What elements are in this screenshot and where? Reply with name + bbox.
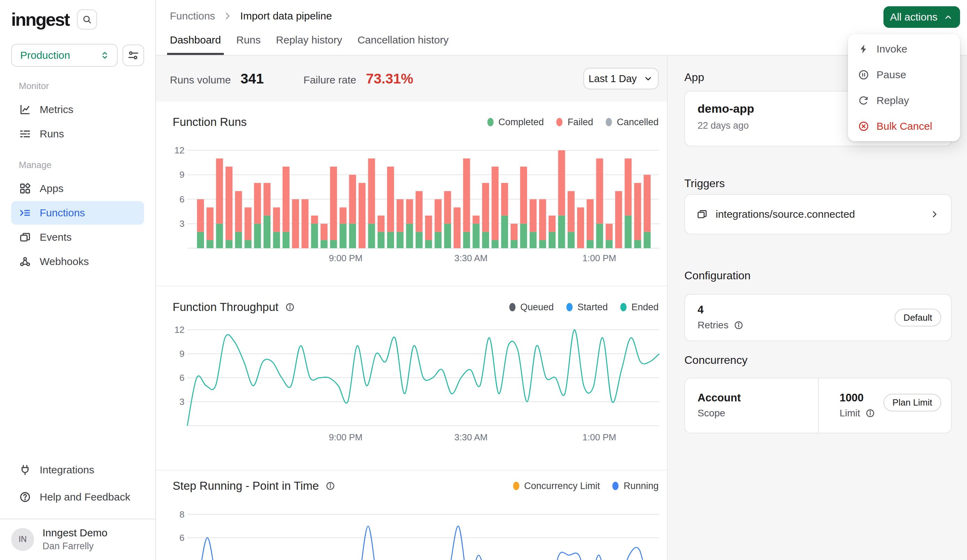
legend-dot: [487, 118, 493, 126]
limit-label: Limit: [840, 408, 860, 419]
user-menu[interactable]: IN Inngest Demo Dan Farrelly: [0, 519, 155, 560]
legend-failed: Failed: [556, 117, 593, 128]
app-root: inngest Production MonitorMetricsRunsMan…: [0, 0, 967, 560]
sidebar-section-label: Manage: [0, 160, 155, 170]
sidebar-item-metrics[interactable]: Metrics: [11, 98, 144, 121]
svg-text:6: 6: [180, 194, 185, 204]
function-throughput-title: Function Throughput: [173, 301, 279, 314]
sidebar-item-label: Runs: [40, 128, 64, 140]
info-icon[interactable]: [325, 481, 335, 491]
event-icon: [696, 208, 708, 220]
help-icon: [19, 491, 31, 503]
step-running-title: Step Running - Point in Time: [173, 479, 319, 492]
bolt-icon: [858, 43, 870, 55]
legend-completed: Completed: [487, 117, 544, 128]
tab-dashboard[interactable]: Dashboard: [167, 34, 224, 55]
legend-concurrency-limit: Concurrency Limit: [513, 481, 600, 491]
menu-item-label: Pause: [876, 69, 906, 81]
trigger-card[interactable]: integrations/source.connected: [684, 194, 952, 234]
sidebar-item-functions[interactable]: Functions: [11, 201, 144, 225]
legend-label: Concurrency Limit: [524, 481, 600, 491]
triggers-heading: Triggers: [684, 177, 952, 190]
plan-limit-badge: Plan Limit: [883, 394, 941, 412]
configuration-heading: Configuration: [684, 269, 952, 282]
webhooks-icon: [19, 255, 31, 268]
retries-label: Retries: [698, 320, 729, 331]
svg-text:9: 9: [180, 349, 185, 359]
function-throughput-card: Function Throughput QueuedStartedEnded 3…: [156, 287, 667, 469]
legend-label: Ended: [632, 302, 658, 313]
failure-rate-label: Failure rate: [304, 74, 356, 86]
all-actions-button[interactable]: All actions: [883, 6, 960, 28]
svg-text:3:30 AM: 3:30 AM: [454, 253, 487, 263]
info-icon[interactable]: [733, 320, 744, 330]
legend-label: Queued: [520, 302, 554, 313]
metrics-icon: [19, 103, 31, 116]
updown-chevron-icon: [99, 50, 110, 61]
sidebar-item-runs[interactable]: Runs: [11, 122, 144, 146]
cancel-icon: [858, 120, 870, 132]
chevron-down-icon: [643, 73, 653, 84]
search-button[interactable]: [77, 9, 97, 30]
sidebar-item-integrations[interactable]: Integrations: [11, 458, 144, 482]
sliders-icon: [127, 49, 140, 62]
function-runs-title: Function Runs: [173, 115, 247, 129]
menu-item-pause[interactable]: Pause: [848, 62, 960, 88]
legend-dot: [566, 303, 573, 311]
events-icon: [19, 231, 31, 244]
function-runs-card: Function Runs CompletedFailedCancelled 3…: [156, 102, 667, 285]
sidebar-item-label: Events: [40, 231, 72, 243]
integrations-icon: [19, 464, 31, 476]
sidebar-item-label: Functions: [40, 207, 85, 219]
sidebar-item-help-and-feedback[interactable]: Help and Feedback: [11, 485, 144, 509]
tab-runs[interactable]: Runs: [234, 34, 264, 55]
svg-text:12: 12: [174, 145, 185, 155]
svg-text:3: 3: [180, 218, 185, 229]
user-org: Inngest Demo: [43, 527, 107, 539]
legend-dot: [620, 303, 627, 311]
sidebar-section-label: Monitor: [0, 81, 155, 91]
all-actions-menu: InvokePauseReplayBulk Cancel: [848, 34, 960, 141]
legend-label: Started: [578, 302, 608, 313]
menu-item-invoke[interactable]: Invoke: [848, 36, 960, 62]
svg-text:9:00 PM: 9:00 PM: [329, 253, 363, 263]
legend-cancelled: Cancelled: [606, 117, 658, 128]
time-range-select[interactable]: Last 1 Day: [583, 68, 658, 89]
tab-cancellation-history[interactable]: Cancellation history: [355, 34, 452, 55]
info-icon[interactable]: [865, 408, 875, 418]
sidebar-item-webhooks[interactable]: Webhooks: [11, 250, 144, 273]
pause-icon: [858, 69, 870, 81]
sidebar-item-events[interactable]: Events: [11, 226, 144, 249]
svg-text:1:00 PM: 1:00 PM: [583, 253, 616, 263]
concurrency-card: Account Scope 1000 Limit Plan Limit: [684, 378, 952, 433]
svg-text:9:00 PM: 9:00 PM: [329, 432, 363, 442]
menu-item-replay[interactable]: Replay: [848, 88, 960, 114]
topbar: Functions Import data pipeline Dashboard…: [156, 0, 967, 56]
sidebar-item-apps[interactable]: Apps: [11, 177, 144, 200]
chevron-right-icon: [929, 209, 940, 219]
tab-replay-history[interactable]: Replay history: [273, 34, 345, 55]
svg-text:6: 6: [180, 372, 185, 383]
legend-dot: [606, 118, 612, 126]
environment-select[interactable]: Production: [11, 44, 118, 67]
svg-text:9: 9: [180, 170, 185, 180]
sidebar: inngest Production MonitorMetricsRunsMan…: [0, 0, 156, 560]
legend-dot: [509, 303, 515, 311]
runs-volume-label: Runs volume: [170, 74, 231, 86]
legend-running: Running: [612, 481, 658, 491]
all-actions-label: All actions: [890, 11, 938, 23]
apps-icon: [19, 182, 31, 195]
sidebar-item-label: Metrics: [40, 104, 73, 115]
svg-text:8: 8: [180, 509, 185, 520]
sidebar-item-label: Apps: [40, 183, 63, 194]
chevron-up-icon: [943, 12, 954, 22]
scope-value: Account: [698, 392, 818, 404]
env-settings-button[interactable]: [122, 44, 144, 66]
breadcrumb-root[interactable]: Functions: [170, 10, 215, 22]
menu-item-bulk-cancel[interactable]: Bulk Cancel: [848, 114, 960, 139]
functions-icon: [19, 207, 31, 219]
info-icon[interactable]: [285, 302, 295, 312]
legend-dot: [556, 118, 563, 126]
sidebar-item-label: Webhooks: [40, 256, 89, 267]
function-runs-chart: 369129:00 PM3:30 AM1:00 PM: [156, 102, 668, 285]
